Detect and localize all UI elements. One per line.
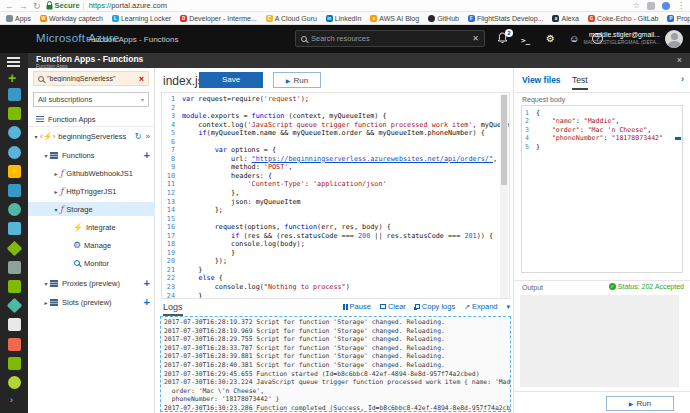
bookmark-item[interactable]: aAlexa	[552, 15, 579, 22]
function-apps-icon[interactable]: ⚡	[8, 165, 21, 178]
test-run-button[interactable]: ▶ Run	[606, 396, 674, 411]
tree-item-functions[interactable]: ▾Functions+	[28, 148, 155, 162]
subscriptions-icon[interactable]	[8, 357, 21, 370]
tree-item-storage[interactable]: ▾ƒStorage	[28, 202, 155, 216]
all-resources-icon[interactable]	[8, 107, 21, 120]
gear-icon: ⚙	[73, 240, 81, 250]
rail-expand-chevron-icon[interactable]: ›	[10, 395, 13, 405]
code-line: 10 headers: {	[162, 172, 509, 181]
open-blade-chevrons-icon[interactable]: »	[146, 132, 150, 141]
dashboard-icon[interactable]	[8, 88, 21, 101]
save-button[interactable]: Save	[199, 72, 263, 88]
logs-console[interactable]: 2017-07-30T16:28:19.372 Script for funct…	[160, 316, 511, 412]
browser-reload-icon[interactable]: ↻	[33, 1, 41, 11]
bookmark-item[interactable]: FFlightStats Develop...	[468, 15, 544, 22]
run-button[interactable]: ▶ Run	[273, 72, 321, 88]
tree-collapse-icon[interactable]: ▾	[32, 133, 40, 140]
tree-item-slots-preview[interactable]: ▸Slots (preview)+	[28, 295, 155, 309]
bookmark-item[interactable]: aAWS AI Blog	[370, 15, 419, 22]
tree-item-manage[interactable]: ⚙Manage	[28, 238, 155, 252]
list-icon	[50, 280, 58, 282]
sidebar-item-function-apps[interactable]: Function Apps	[28, 112, 155, 127]
tree-item-httptriggerjs1[interactable]: ▸ƒHttpTriggerJS1	[28, 184, 155, 198]
storage-accounts-icon[interactable]	[8, 261, 21, 274]
app-services-icon[interactable]	[8, 146, 21, 159]
bookmark-item[interactable]: WWorkday captech	[40, 15, 103, 22]
code-editor[interactable]: 1var request=require('request');2 3modul…	[161, 92, 510, 299]
security-center-icon[interactable]	[7, 298, 23, 314]
virtual-machines-icon[interactable]	[8, 222, 21, 235]
editor-scrollbar[interactable]	[500, 94, 508, 299]
bookmark-item[interactable]: GitHub	[428, 15, 459, 22]
virtual-networks-icon[interactable]	[8, 280, 21, 293]
refresh-icon[interactable]: ↻	[135, 132, 142, 141]
load-balancers-icon[interactable]	[7, 240, 23, 256]
request-line: 2 "name": "Maddie",	[522, 117, 682, 125]
bookmark-favicon: L	[112, 15, 119, 22]
tree-expand-icon[interactable]: ▸	[42, 299, 50, 306]
cosmos-db-icon[interactable]	[8, 203, 21, 216]
add-icon[interactable]: +	[144, 296, 150, 308]
monitor-search-icon	[74, 260, 80, 266]
tree-item-integrate[interactable]: ⚡Integrate	[28, 220, 155, 234]
collapse-logs-chevron-icon[interactable]: ▾	[506, 303, 510, 311]
tree-item-proxies-preview[interactable]: ▾Proxies (preview)+	[28, 276, 155, 290]
tree-expand-icon[interactable]: ▸	[52, 170, 60, 177]
bookmark-item[interactable]: Apps	[6, 15, 31, 22]
global-search-input[interactable]: Search resources ✕	[295, 30, 485, 47]
tab-view-files[interactable]: View files	[522, 75, 561, 85]
tree-item-monitor[interactable]: Monitor	[28, 256, 155, 270]
close-blade-icon[interactable]: ×	[677, 55, 682, 65]
tree-item-beginningserverless[interactable]: ▾‹⚡›beginningServerless↻»	[28, 129, 155, 143]
bookmarks-bar: AppsWWorkday captechLLearning LockerDDev…	[0, 12, 690, 25]
bookmark-item[interactable]: CA Cloud Guru	[266, 15, 317, 22]
monitor-icon[interactable]	[8, 318, 21, 331]
add-icon[interactable]: +	[144, 149, 150, 161]
output-console[interactable]	[520, 295, 679, 387]
resource-groups-icon[interactable]	[8, 126, 21, 139]
function-apps-list-icon	[36, 116, 44, 118]
bookmark-item[interactable]: LLearning Locker	[112, 15, 171, 22]
bookmark-item[interactable]: GCoke-Echo - GitLab	[588, 15, 658, 22]
add-icon[interactable]: +	[144, 277, 150, 289]
bookmark-item[interactable]: inLinkedIn	[326, 15, 361, 22]
bookmark-item[interactable]: DDeveloper - Interme...	[180, 15, 257, 22]
browser-menu-icon[interactable]: ⋮	[677, 1, 685, 10]
sql-databases-icon[interactable]	[8, 184, 21, 197]
clear-logs-button[interactable]: Clear	[380, 302, 406, 311]
tree-item-githubwebhookjs1[interactable]: ▸ƒGithubWebhookJS1	[28, 166, 155, 180]
browser-forward-icon[interactable]: →	[19, 1, 28, 11]
cost-management-icon[interactable]	[8, 376, 21, 389]
panel-expand-chevron-icon[interactable]: ›	[681, 74, 684, 84]
request-body-editor[interactable]: 1{2 "name": "Maddie",3 "order": "Mac 'n …	[521, 105, 683, 273]
tree-collapse-icon[interactable]: ▾	[42, 280, 50, 287]
tree-collapse-icon[interactable]: ▾	[42, 152, 50, 159]
extension-icon[interactable]	[647, 2, 655, 10]
bookmark-item[interactable]: PProposal Tracker -...	[667, 15, 690, 22]
advisor-icon[interactable]	[8, 338, 21, 351]
tree-expand-icon[interactable]: ▸	[52, 188, 60, 195]
search-clear-icon[interactable]: ✕	[472, 34, 479, 43]
browser-back-icon[interactable]: ←	[5, 1, 14, 11]
url-host[interactable]: portal.azure.com	[111, 1, 167, 10]
tab-test[interactable]: Test	[572, 75, 588, 90]
extension-icon[interactable]	[662, 2, 670, 10]
pause-logs-button[interactable]: Pause	[343, 302, 371, 311]
function-icon: ƒ	[60, 168, 63, 178]
feedback-smiley-icon[interactable]: ☺	[569, 33, 579, 45]
copy-logs-button[interactable]: Copy logs	[415, 302, 455, 311]
cloud-shell-icon[interactable]: >_	[521, 35, 530, 47]
settings-gear-icon[interactable]: ⚙	[546, 33, 555, 45]
filter-clear-icon[interactable]: ×	[139, 74, 144, 84]
clear-icon	[380, 304, 386, 309]
subscriptions-dropdown[interactable]: All subscriptions ▾	[33, 92, 149, 107]
function-filter-input[interactable]: "beginningServerless" ×	[33, 71, 149, 86]
hamburger-menu-icon[interactable]	[7, 57, 20, 59]
account-menu[interactable]: maddie.stigler@gmail... MADDIESTIGLERGMA…	[584, 31, 661, 45]
bookmark-star-icon[interactable]: ☆	[633, 1, 640, 10]
notifications-icon[interactable]: 2	[497, 32, 508, 47]
new-resource-icon[interactable]: +	[8, 70, 16, 86]
expand-logs-button[interactable]: ↗Expand	[464, 302, 497, 311]
tree-collapse-icon[interactable]: ▾	[52, 206, 60, 213]
avatar[interactable]	[665, 30, 683, 48]
